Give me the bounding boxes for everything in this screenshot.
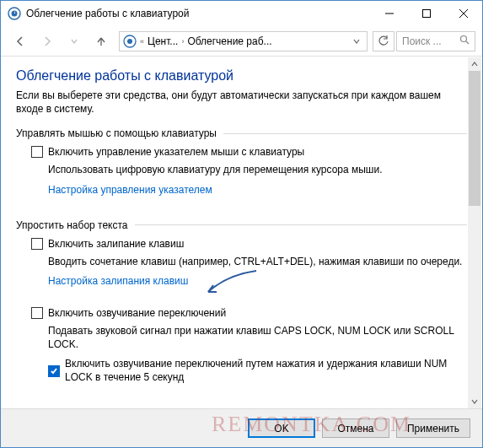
section-typing: Упростить набор текста Включить залипани…: [16, 219, 467, 397]
svg-line-9: [466, 41, 469, 44]
nav-bar: « Цент... › Облегчение раб... Поиск ...: [1, 26, 482, 57]
page-intro: Если вы выберете эти средства, они будут…: [16, 89, 467, 116]
search-icon: [459, 35, 470, 47]
up-button[interactable]: [89, 30, 114, 53]
link-mouse-keys-settings[interactable]: Настройка управления указателем: [48, 184, 212, 196]
breadcrumb-seg1[interactable]: Цент...: [148, 35, 178, 47]
option-desc: Подавать звуковой сигнал при нажатии кла…: [48, 324, 467, 351]
window-title: Облегчение работы с клавиатурой: [26, 8, 371, 19]
option-desc: Использовать цифровую клавиатуру для пер…: [48, 163, 467, 176]
section-legend: Управлять мышью с помощью клавиатуры: [16, 127, 223, 139]
scrollbar[interactable]: [468, 57, 481, 408]
chevron-left-icon: «: [140, 37, 144, 46]
section-legend: Упростить набор текста: [16, 219, 135, 231]
titlebar: Облегчение работы с клавиатурой: [1, 1, 482, 26]
chevron-right-icon: ›: [181, 37, 184, 46]
link-sticky-keys-settings[interactable]: Настройка залипания клавиш: [48, 275, 188, 287]
checkbox-label: Включить озвучивание переключений путем …: [65, 358, 467, 384]
content-area: Облегчение работы с клавиатурой Если вы …: [1, 57, 482, 406]
search-input[interactable]: Поиск ...: [396, 31, 475, 51]
svg-point-8: [461, 36, 467, 42]
maximize-button[interactable]: [408, 1, 445, 26]
recent-dropdown[interactable]: [62, 30, 87, 53]
breadcrumb-seg2[interactable]: Облегчение раб...: [187, 35, 271, 47]
scroll-down-icon[interactable]: [468, 395, 481, 408]
svg-point-7: [127, 39, 132, 44]
page-heading: Облегчение работы с клавиатурой: [16, 68, 467, 84]
address-dropdown-icon[interactable]: [350, 35, 363, 47]
cancel-button[interactable]: Отмена: [322, 418, 389, 438]
forward-button[interactable]: [35, 30, 60, 53]
svg-rect-3: [423, 10, 431, 18]
close-button[interactable]: [445, 1, 482, 26]
refresh-button[interactable]: [373, 31, 394, 51]
app-icon: [8, 7, 21, 20]
checkbox-label: Включить управление указателем мыши с кл…: [48, 146, 304, 158]
checkbox-toggle-keys[interactable]: [31, 307, 43, 319]
checkbox-sticky-keys[interactable]: [31, 238, 43, 250]
minimize-button[interactable]: [371, 1, 408, 26]
button-bar: OK Отмена Применить: [1, 408, 482, 447]
checkbox-label: Включить озвучивание переключений: [48, 307, 226, 319]
scroll-thumb[interactable]: [469, 71, 480, 206]
checkbox-label: Включить залипание клавиш: [48, 238, 184, 250]
back-button[interactable]: [8, 30, 33, 53]
location-icon: [123, 35, 137, 48]
checkbox-mouse-keys[interactable]: [31, 146, 43, 158]
checkbox-toggle-keys-hold[interactable]: [48, 365, 60, 377]
section-mouse-keys: Управлять мышью с помощью клавиатуры Вкл…: [16, 127, 467, 210]
scroll-up-icon[interactable]: [468, 57, 481, 71]
address-bar[interactable]: « Цент... › Облегчение раб...: [119, 31, 368, 51]
search-placeholder: Поиск ...: [402, 35, 442, 47]
apply-button[interactable]: Применить: [396, 418, 470, 438]
option-desc: Вводить сочетание клавиш (например, CTRL…: [48, 255, 467, 268]
ok-button[interactable]: OK: [248, 418, 315, 438]
